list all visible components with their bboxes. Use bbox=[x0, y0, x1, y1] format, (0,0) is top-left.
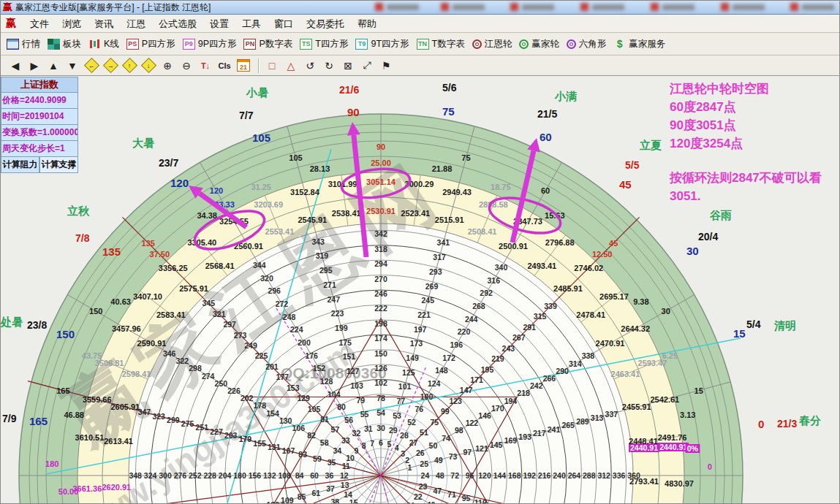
percent-label: 15.63 bbox=[545, 211, 565, 220]
nav-down-button[interactable]: ▼ bbox=[64, 58, 81, 74]
toolbar-button-板块[interactable]: 板块 bbox=[48, 38, 81, 50]
price-plus-degree-label: 2515.91 bbox=[435, 215, 464, 224]
spiral-number: 346 bbox=[163, 349, 176, 358]
toolbar-button-P四方形[interactable]: PSP四方形 bbox=[126, 38, 175, 50]
spiral-number: 240 bbox=[553, 471, 566, 480]
toolbar-button-行情[interactable]: 行情 bbox=[7, 38, 40, 50]
calendar-button[interactable]: 21 bbox=[235, 58, 252, 74]
spiral-number: 247 bbox=[328, 295, 341, 304]
spiral-number: 242 bbox=[530, 381, 543, 390]
toolbar-button-9T四方形[interactable]: T99T四方形 bbox=[355, 38, 409, 50]
date-label: 20/4 bbox=[698, 231, 718, 243]
menu-item-资讯[interactable]: 资讯 bbox=[88, 17, 120, 31]
kline-icon bbox=[88, 39, 101, 50]
spiral-number: 21 bbox=[406, 501, 415, 504]
degrees-label: 105 bbox=[289, 153, 302, 162]
spiral-number: 26 bbox=[416, 448, 425, 457]
price-plus-degree-label: 2485.91 bbox=[553, 284, 583, 293]
price-percent-spiral-label: 2796.88 bbox=[545, 238, 575, 247]
calc-resistance-button[interactable]: 计算阻力 bbox=[1, 157, 39, 173]
spiral-number: 153 bbox=[287, 383, 300, 392]
spiral-number: 147 bbox=[460, 386, 473, 394]
spiral-number: 319 bbox=[316, 251, 329, 260]
toolbar-label: 9P四方形 bbox=[198, 38, 237, 50]
spiral-number: 269 bbox=[425, 282, 439, 291]
spiral-number: 339 bbox=[544, 302, 557, 310]
pin-button[interactable]: ⚑ bbox=[377, 58, 395, 74]
expand-button[interactable]: ⊠ bbox=[339, 58, 357, 74]
spiral-number: 22 bbox=[414, 492, 423, 501]
spiral-number: 323 bbox=[152, 412, 165, 421]
menu-item-文件[interactable]: 文件 bbox=[23, 17, 56, 31]
menu-item-公式选股[interactable]: 公式选股 bbox=[152, 17, 203, 31]
toolbar-label: 行情 bbox=[22, 38, 40, 50]
note-line: 江恩轮中轮时空图 bbox=[670, 80, 822, 98]
calc-support-button[interactable]: 计算支撑 bbox=[39, 157, 78, 173]
spiral-number: 123 bbox=[449, 397, 462, 405]
price-plus-degree-label: 2620.91 bbox=[102, 483, 131, 492]
shrink-button[interactable]: ⤢ bbox=[358, 58, 376, 74]
shift-up-button[interactable]: ↑ bbox=[121, 58, 138, 74]
zoom-out-button[interactable]: ⊖ bbox=[178, 58, 195, 74]
spiral-number: 23 bbox=[419, 482, 428, 491]
zoom-in-button[interactable]: ⊕ bbox=[159, 58, 176, 74]
t-down-button[interactable]: T↓ bbox=[197, 58, 214, 74]
spiral-number: 133 bbox=[266, 500, 279, 504]
price-percent-spiral-label: 3559.66 bbox=[83, 395, 112, 404]
spiral-number: 196 bbox=[450, 340, 463, 349]
toolbar-button-T数字表[interactable]: TNT数字表 bbox=[417, 38, 465, 50]
date-label: 21/3 bbox=[777, 418, 797, 429]
toolbar-button-六角形[interactable]: 六角形 bbox=[567, 38, 607, 50]
toolbar-button-K线[interactable]: K线 bbox=[88, 38, 119, 50]
menu-item-帮助[interactable]: 帮助 bbox=[351, 17, 383, 31]
price-percent-spiral-label: 3610.51 bbox=[75, 433, 105, 442]
price-plus-degree-label: 2553.41 bbox=[265, 227, 295, 236]
spiral-number: 10 bbox=[346, 454, 355, 462]
solar-term-label: 小暑 bbox=[246, 86, 268, 100]
rotate-ccw-button[interactable]: ↺ bbox=[301, 58, 319, 74]
spiral-number: 194 bbox=[504, 397, 518, 405]
info-panel: 上证指数 价格=2440.9099时间=20190104变换系数=1.00000… bbox=[1, 77, 78, 173]
rotate-cw-button[interactable]: ↻ bbox=[320, 58, 338, 74]
spiral-number: 128 bbox=[320, 377, 333, 386]
menu-item-浏览[interactable]: 浏览 bbox=[56, 17, 88, 31]
cls-button[interactable]: Cls bbox=[216, 58, 233, 74]
spiral-number: 48 bbox=[436, 471, 444, 480]
menu-item-设置[interactable]: 设置 bbox=[203, 17, 235, 31]
spiral-number: 336 bbox=[613, 471, 626, 480]
spiral-number: 222 bbox=[374, 304, 387, 313]
price-percent-spiral-label: 3305.40 bbox=[187, 238, 216, 247]
toolbar-button-P数字表[interactable]: PNP数字表 bbox=[243, 38, 292, 50]
menu-item-江恩[interactable]: 江恩 bbox=[120, 17, 152, 31]
toolbar-button-9P四方形[interactable]: P99P四方形 bbox=[183, 38, 237, 50]
toolbar-separator bbox=[258, 58, 259, 73]
spiral-number: 31 bbox=[364, 424, 373, 433]
menu-item-交易委托[interactable]: 交易委托 bbox=[300, 17, 351, 31]
spiral-number: 132 bbox=[263, 471, 276, 480]
nav-up-button[interactable]: ▲ bbox=[45, 58, 62, 74]
price-percent-spiral-label: 3000.29 bbox=[405, 180, 434, 188]
spiral-number: 169 bbox=[504, 436, 518, 445]
menu-item-窗口[interactable]: 窗口 bbox=[268, 17, 300, 31]
date-label: 7/8 bbox=[75, 232, 89, 244]
spiral-number: 227 bbox=[210, 427, 223, 436]
shift-right-button[interactable]: → bbox=[102, 58, 119, 74]
percent-label: 12.50 bbox=[592, 250, 613, 259]
square-tool-button[interactable]: □ bbox=[263, 58, 281, 74]
spiral-number: 289 bbox=[576, 417, 589, 426]
solar-term-label: 立夏 bbox=[640, 139, 662, 153]
toolbar-button-江恩轮[interactable]: 江恩轮 bbox=[472, 38, 512, 50]
spiral-number: 32 bbox=[352, 429, 361, 438]
menu-bar: 赢 文件浏览资讯江恩公式选股设置工具窗口交易委托帮助 bbox=[1, 15, 840, 33]
shift-left-button[interactable]: ← bbox=[83, 58, 100, 74]
toolbar-button-赢家轮[interactable]: 赢家轮 bbox=[519, 38, 559, 50]
nav-right-button[interactable]: ▶ bbox=[26, 58, 43, 74]
toolbar-button-T四方形[interactable]: TST四方形 bbox=[300, 38, 348, 50]
nav-left-button[interactable]: ◀ bbox=[7, 58, 24, 74]
spiral-number: 120 bbox=[478, 471, 491, 480]
toolbar-button-赢家服务[interactable]: $赢家服务 bbox=[613, 38, 665, 50]
triangle-tool-button[interactable]: △ bbox=[282, 58, 300, 74]
menu-item-工具[interactable]: 工具 bbox=[235, 17, 268, 31]
price-plus-degree-label: 2493.41 bbox=[527, 261, 556, 270]
shift-down-button[interactable]: ↓ bbox=[140, 58, 157, 74]
